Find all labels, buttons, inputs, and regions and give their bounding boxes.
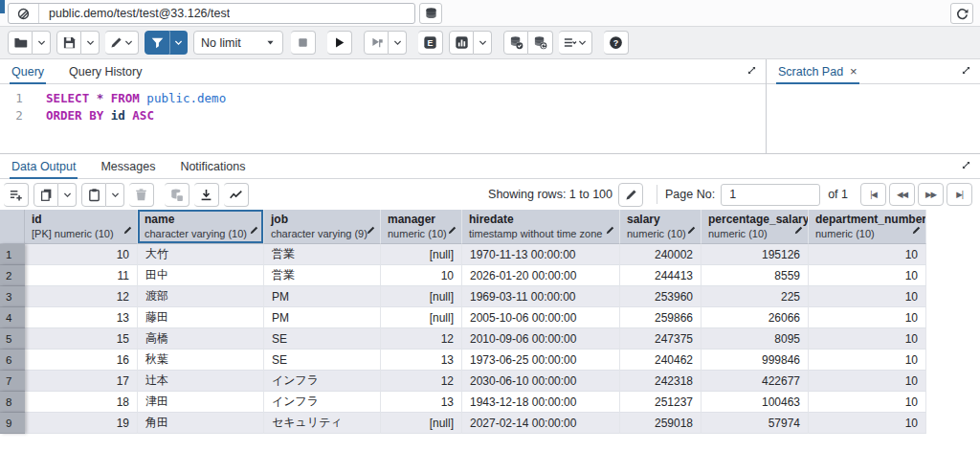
grid-cell-job[interactable]: SE — [264, 328, 381, 350]
grid-cell-job[interactable]: セキュリティ — [264, 413, 381, 434]
copy-menu-button[interactable] — [58, 183, 77, 207]
grid-cell-salary[interactable]: 259018 — [620, 413, 702, 434]
page-no-input[interactable] — [721, 184, 820, 206]
grid-cell-job[interactable]: PM — [264, 307, 381, 328]
save-file-menu-button[interactable] — [81, 31, 100, 55]
grid-cell-department_number[interactable]: 10 — [809, 392, 926, 413]
grid-cell-department_number[interactable]: 10 — [809, 371, 926, 392]
grid-cell-job[interactable]: インフラ — [264, 392, 381, 413]
cancel-query-button[interactable] — [291, 31, 316, 55]
row-limit-select[interactable]: No limit — [193, 31, 283, 55]
grid-cell-percentage_salary[interactable]: 8559 — [702, 265, 809, 286]
grid-cell-hiredate[interactable]: 2005-10-06 00:00:00 — [462, 307, 620, 328]
grid-cell-hiredate[interactable]: 2027-02-14 00:00:00 — [462, 413, 620, 434]
paste-menu-button[interactable] — [106, 183, 124, 207]
grid-cell-hiredate[interactable]: 1943-12-18 00:00:00 — [462, 392, 620, 413]
graph-visualiser-button[interactable] — [224, 183, 249, 207]
grid-cell-id[interactable]: 10 — [25, 244, 138, 265]
grid-cell-id[interactable]: 18 — [25, 392, 138, 413]
execute-menu-button[interactable] — [389, 31, 407, 55]
row-number[interactable]: 5 — [0, 328, 25, 350]
next-page-button[interactable]: ▶▶ — [918, 183, 944, 206]
connection-display[interactable]: public.demo/test/test@33.126/test — [8, 3, 415, 24]
grid-cell-salary[interactable]: 251237 — [620, 392, 702, 413]
commit-button[interactable] — [503, 31, 528, 55]
grid-cell-name[interactable]: 津田 — [138, 392, 264, 413]
row-number[interactable]: 6 — [0, 350, 25, 371]
grid-cell-name[interactable]: 藤田 — [138, 307, 264, 328]
execute-button[interactable] — [327, 31, 352, 55]
edit-column-icon[interactable] — [793, 225, 804, 236]
column-header-salary[interactable]: salarynumeric (10) — [620, 210, 702, 244]
edit-column-icon[interactable] — [249, 225, 259, 236]
row-number[interactable]: 4 — [0, 307, 25, 328]
save-file-button[interactable] — [56, 31, 81, 55]
grid-cell-salary[interactable]: 240462 — [620, 350, 702, 371]
grid-cell-department_number[interactable]: 10 — [809, 286, 926, 307]
tab-query[interactable]: Query — [10, 59, 46, 84]
help-button[interactable]: ? — [604, 31, 629, 55]
macro-menu-button[interactable] — [559, 31, 592, 55]
row-number[interactable]: 2 — [0, 265, 25, 286]
grid-cell-manager[interactable]: [null] — [381, 244, 462, 265]
tab-query-history[interactable]: Query History — [67, 59, 144, 84]
tab-messages[interactable]: Messages — [99, 154, 157, 179]
grid-cell-salary[interactable]: 247375 — [620, 328, 702, 350]
grid-cell-percentage_salary[interactable]: 422677 — [702, 371, 809, 392]
grid-cell-job[interactable]: PM — [264, 286, 381, 307]
grid-cell-salary[interactable]: 240002 — [620, 244, 702, 265]
grid-cell-percentage_salary[interactable]: 100463 — [702, 392, 809, 413]
grid-cell-job[interactable]: SE — [264, 350, 381, 371]
grid-cell-name[interactable]: 田中 — [138, 265, 264, 286]
grid-cell-department_number[interactable]: 10 — [809, 265, 926, 286]
grid-cell-id[interactable]: 15 — [25, 328, 138, 350]
delete-row-button[interactable] — [129, 183, 154, 207]
explain-analyze-button[interactable] — [449, 31, 474, 55]
grid-cell-manager[interactable]: [null] — [381, 307, 462, 328]
expand-output-icon[interactable] — [961, 160, 971, 170]
grid-cell-id[interactable]: 19 — [25, 413, 138, 434]
grid-cell-hiredate[interactable]: 2026-01-20 00:00:00 — [462, 265, 620, 286]
grid-cell-salary[interactable]: 244413 — [620, 265, 702, 286]
grid-cell-department_number[interactable]: 10 — [809, 413, 926, 434]
grid-cell-job[interactable]: 営業 — [264, 244, 381, 265]
grid-cell-hiredate[interactable]: 2030-06-10 00:00:00 — [462, 371, 620, 392]
rollback-button[interactable] — [528, 31, 553, 55]
row-number[interactable]: 8 — [0, 392, 25, 413]
column-header-name[interactable]: namecharacter varying (10) — [138, 210, 264, 244]
row-number[interactable]: 9 — [0, 413, 25, 434]
grid-cell-percentage_salary[interactable]: 999846 — [702, 350, 809, 371]
edit-column-icon[interactable] — [447, 225, 457, 236]
grid-cell-department_number[interactable]: 10 — [809, 244, 926, 265]
grid-cell-percentage_salary[interactable]: 195126 — [702, 244, 809, 265]
grid-cell-percentage_salary[interactable]: 57974 — [702, 413, 809, 434]
filter-button[interactable] — [145, 31, 169, 55]
add-row-button[interactable] — [4, 183, 29, 207]
grid-cell-hiredate[interactable]: 1973-06-25 00:00:00 — [462, 350, 620, 371]
save-data-button[interactable] — [165, 183, 189, 207]
edit-column-icon[interactable] — [366, 225, 376, 236]
open-file-menu-button[interactable] — [33, 31, 51, 55]
grid-cell-id[interactable]: 11 — [25, 265, 138, 286]
prev-page-button[interactable]: ◀◀ — [889, 183, 915, 206]
sql-line[interactable]: ORDER BY id ASC — [46, 107, 226, 124]
first-page-button[interactable]: |◀ — [860, 183, 886, 206]
grid-cell-manager[interactable]: 13 — [381, 392, 462, 413]
grid-cell-manager[interactable]: 12 — [381, 328, 462, 350]
grid-cell-manager[interactable]: 12 — [381, 371, 462, 392]
grid-cell-manager[interactable]: 10 — [381, 265, 462, 286]
grid-cell-percentage_salary[interactable]: 225 — [702, 286, 809, 307]
grid-cell-id[interactable]: 17 — [25, 371, 138, 392]
grid-cell-manager[interactable]: [null] — [381, 286, 462, 307]
refresh-button[interactable] — [950, 3, 973, 24]
grid-cell-manager[interactable]: 13 — [381, 350, 462, 371]
copy-button[interactable] — [33, 183, 58, 207]
grid-cell-department_number[interactable]: 10 — [809, 328, 926, 350]
column-header-id[interactable]: id[PK] numeric (10) — [25, 210, 138, 244]
grid-cell-department_number[interactable]: 10 — [809, 350, 926, 371]
tab-data-output[interactable]: Data Output — [10, 154, 78, 179]
grid-cell-percentage_salary[interactable]: 26066 — [702, 307, 809, 328]
column-header-hiredate[interactable]: hiredatetimestamp without time zone — [462, 210, 620, 244]
paste-button[interactable] — [81, 183, 106, 207]
grid-cell-department_number[interactable]: 10 — [809, 307, 926, 328]
